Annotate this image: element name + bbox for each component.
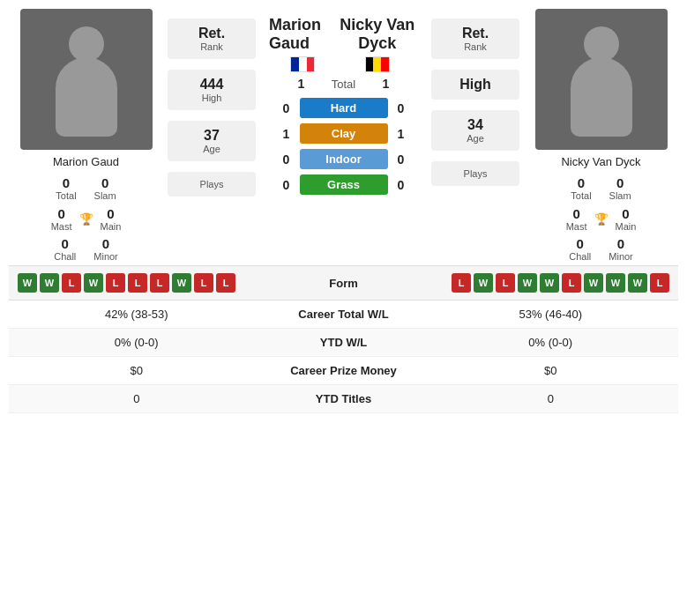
right-slam-value: 0 [616, 175, 624, 190]
left-chall-stat: 0 Chall [54, 236, 76, 262]
hard-button[interactable]: Hard [300, 98, 388, 118]
left-stats-row1: 0 Total 0 Slam [9, 175, 163, 201]
right-stats-col: Ret. Rank High 34 Age Plays [427, 9, 524, 191]
left-age-card: 37 Age [168, 121, 256, 161]
left-total-label: Total [56, 190, 76, 201]
right-plays-card: Plays [431, 161, 519, 186]
right-rank-label: Rank [444, 41, 507, 52]
names-flags-row: Marion Gaud Nicky Van Dyck [260, 9, 427, 72]
left-stats-col: Ret. Rank 444 High 37 Age Plays [163, 9, 260, 202]
right-player-photo-col: Nicky Van Dyck 0 Total 0 Slam 0 Mast 🏆 [524, 9, 678, 262]
stats-row: 42% (38-53)Career Total W/L53% (46-40) [9, 301, 678, 329]
left-player-photo-col: Marion Gaud 0 Total 0 Slam 0 Mast 🏆 0 [9, 9, 163, 262]
stats-center-label: YTD W/L [256, 336, 432, 349]
left-chall-value: 0 [62, 236, 69, 251]
left-trophy-icon: 🏆 [79, 212, 93, 226]
left-main-value: 0 [107, 206, 114, 221]
hard-row: 0 Hard 0 [260, 95, 427, 121]
left-minor-label: Minor [93, 251, 118, 262]
right-silhouette-head [584, 26, 619, 62]
left-slam-stat: 0 Slam [94, 175, 116, 201]
form-badge-right: L [496, 273, 515, 293]
stats-right-val: 53% (46-40) [432, 308, 670, 321]
clay-right-score: 1 [388, 127, 414, 141]
left-chall-minor-row: 0 Chall 0 Minor [54, 236, 118, 262]
stats-center-label: YTD Titles [256, 392, 432, 405]
right-chall-value: 0 [577, 236, 584, 251]
form-badges-left: WWLWLLLWLL [18, 273, 291, 293]
clay-button[interactable]: Clay [300, 123, 388, 144]
right-trophy-row: 0 Mast 🏆 0 Main [566, 206, 637, 232]
stats-row: 0YTD Titles0 [9, 385, 678, 413]
left-main-stat: 0 Main [101, 206, 122, 232]
left-name-block: Marion Gaud [269, 16, 336, 72]
left-rank-label: Rank [180, 41, 243, 52]
right-rank-value: Ret. [444, 26, 507, 41]
left-chall-label: Chall [54, 251, 76, 262]
left-total-stat: 0 Total [56, 175, 76, 201]
grass-button[interactable]: Grass [300, 174, 388, 195]
indoor-right-score: 0 [388, 152, 414, 167]
left-rank-card: Ret. Rank [168, 19, 256, 59]
right-player-title: Nicky Van Dyck [336, 16, 418, 53]
right-name-block: Nicky Van Dyck [336, 16, 418, 72]
left-rank-value: Ret. [180, 26, 243, 41]
stats-left-val: 0 [18, 392, 256, 405]
center-col: Marion Gaud Nicky Van Dyck [260, 9, 427, 197]
total-right: 1 [377, 77, 395, 91]
left-player-name: Marion Gaud [53, 155, 119, 168]
right-main-label: Main [616, 221, 637, 232]
form-badge-left: L [150, 273, 169, 293]
indoor-row: 0 Indoor 0 [260, 146, 427, 172]
stats-row: $0Career Prize Money$0 [9, 357, 678, 385]
form-badge-left: L [216, 273, 235, 293]
form-badge-left: L [128, 273, 147, 293]
right-total-label: Total [571, 190, 591, 201]
stats-right-val: 0% (0-0) [432, 336, 670, 349]
left-player-photo [20, 9, 153, 150]
right-chall-minor-row: 0 Chall 0 Minor [569, 236, 633, 262]
form-badge-right: W [628, 273, 647, 293]
form-badge-left: W [84, 273, 103, 293]
form-badge-right: L [650, 273, 669, 293]
left-total-value: 0 [63, 175, 70, 190]
grass-right-score: 0 [388, 178, 414, 192]
right-slam-label: Slam [609, 190, 631, 201]
flag-be-red [381, 57, 389, 71]
right-minor-stat: 0 Minor [609, 236, 633, 262]
form-badge-right: W [606, 273, 625, 293]
left-plays-card: Plays [168, 172, 256, 197]
form-badge-left: L [106, 273, 125, 293]
form-badge-right: W [540, 273, 559, 293]
clay-left-score: 1 [273, 127, 300, 141]
left-minor-value: 0 [102, 236, 109, 251]
right-stats-row1: 0 Total 0 Slam [524, 175, 678, 201]
stats-right-val: 0 [432, 392, 670, 405]
form-badge-left: W [172, 273, 191, 293]
left-main-label: Main [101, 221, 122, 232]
right-chall-label: Chall [569, 251, 591, 262]
right-trophy-icon: 🏆 [594, 212, 609, 226]
right-flag [365, 56, 390, 72]
stats-left-val: $0 [18, 364, 256, 377]
left-minor-stat: 0 Minor [93, 236, 118, 262]
right-player-photo [535, 9, 668, 150]
indoor-left-score: 0 [273, 152, 300, 167]
right-age-card: 34 Age [431, 110, 519, 151]
stats-right-val: $0 [432, 364, 670, 377]
right-main-stat: 0 Main [616, 206, 637, 232]
flag-fr-red [307, 57, 315, 71]
form-section: WWLWLLLWLL Form LWLWWLWWWL [9, 265, 678, 300]
left-slam-label: Slam [94, 190, 116, 201]
stats-center-label: Career Prize Money [256, 364, 432, 377]
left-high-card: 444 High [168, 70, 256, 110]
stats-row: 0% (0-0)YTD W/L0% (0-0) [9, 329, 678, 357]
right-high-value: High [444, 77, 507, 93]
indoor-button[interactable]: Indoor [300, 149, 388, 169]
stats-left-val: 42% (38-53) [18, 308, 256, 321]
right-plays-label: Plays [444, 168, 507, 179]
right-age-label: Age [444, 133, 507, 144]
right-minor-value: 0 [617, 236, 624, 251]
right-high-card: High [431, 70, 519, 100]
flag-fr-white [299, 57, 307, 71]
